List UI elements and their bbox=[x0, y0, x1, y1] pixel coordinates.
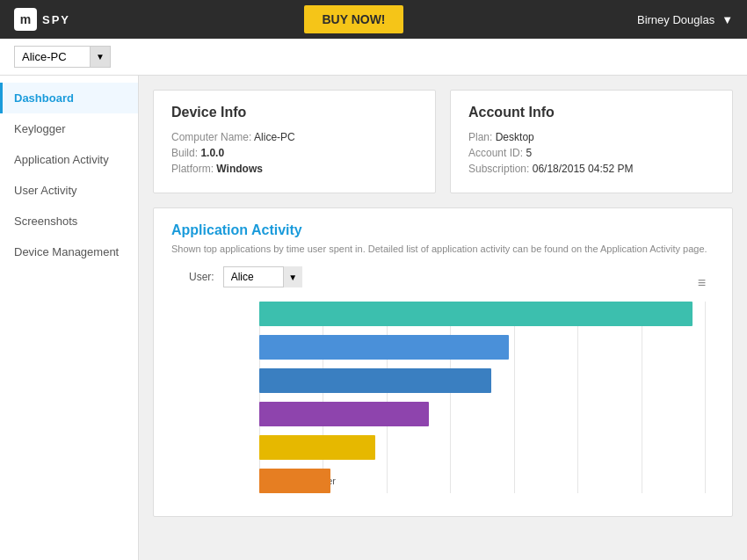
chart-bar-area bbox=[259, 435, 706, 460]
app-activity-subtitle: Shown top applications by time user spen… bbox=[171, 244, 714, 254]
build-value: 1.0.0 bbox=[200, 147, 224, 159]
sidebar-item-screenshots[interactable]: Screenshots bbox=[0, 206, 138, 236]
header: m SPY BUY NOW! Birney Douglas ▼ bbox=[0, 0, 747, 39]
sidebar: Dashboard Keylogger Application Activity… bbox=[0, 76, 139, 560]
info-cards: Device Info Computer Name: Alice-PC Buil… bbox=[153, 90, 733, 193]
account-id-value: 5 bbox=[526, 147, 532, 159]
computer-name-value: Alice-PC bbox=[254, 131, 295, 143]
subscription-value: 06/18/2015 04:52 PM bbox=[533, 163, 634, 175]
device-info-computer-name: Computer Name: Alice-PC bbox=[171, 131, 417, 143]
chart-bar bbox=[259, 368, 491, 393]
chart-row: Skype bbox=[259, 435, 706, 460]
device-info-build: Build: 1.0.0 bbox=[171, 147, 417, 159]
main-layout: Dashboard Keylogger Application Activity… bbox=[0, 76, 747, 560]
chart-bar bbox=[259, 469, 330, 493]
sidebar-item-dashboard[interactable]: Dashboard bbox=[0, 83, 138, 113]
sidebar-item-keylogger[interactable]: Keylogger bbox=[0, 113, 138, 144]
app-activity-card: Application Activity Shown top applicati… bbox=[153, 207, 733, 517]
chart-bar-area bbox=[259, 368, 706, 393]
device-info-card: Device Info Computer Name: Alice-PC Buil… bbox=[153, 90, 436, 193]
chart-row: Firefox bbox=[259, 402, 706, 426]
logo-text: SPY bbox=[42, 13, 70, 26]
subscription-label: Subscription: bbox=[468, 163, 529, 175]
account-info-title: Account Info bbox=[468, 105, 714, 120]
chart-row: Other bbox=[259, 469, 706, 493]
device-info-platform: Platform: Windows bbox=[171, 163, 417, 175]
computer-name-label: Computer Name: bbox=[171, 131, 251, 143]
device-select-wrapper: Alice-PC ▼ bbox=[14, 46, 111, 68]
chart-wrapper: ≡ Google ChromeMS Word 2011MS ExcelFiref… bbox=[171, 302, 714, 493]
app-activity-title: Application Activity bbox=[171, 222, 714, 238]
user-dropdown-arrow[interactable]: ▼ bbox=[722, 13, 733, 26]
platform-label: Platform: bbox=[171, 163, 214, 175]
device-info-title: Device Info bbox=[171, 105, 417, 120]
chart-bar-area bbox=[259, 402, 706, 426]
logo-area: m SPY bbox=[14, 8, 70, 31]
account-info-subscription: Subscription: 06/18/2015 04:52 PM bbox=[468, 163, 714, 175]
account-info-card: Account Info Plan: Desktop Account ID: 5… bbox=[450, 90, 733, 193]
chart-bar-area bbox=[259, 469, 706, 493]
user-area: Birney Douglas ▼ bbox=[637, 13, 733, 26]
chart-row: Google Chrome bbox=[259, 302, 706, 326]
user-select-wrapper: Alice ▼ bbox=[223, 266, 302, 287]
buy-now-button[interactable]: BUY NOW! bbox=[304, 5, 403, 33]
plan-label: Plan: bbox=[468, 131, 492, 143]
chart-bar bbox=[259, 435, 375, 460]
user-name: Birney Douglas bbox=[637, 13, 714, 26]
user-select[interactable]: Alice bbox=[223, 266, 302, 287]
chart-bars: Google ChromeMS Word 2011MS ExcelFirefox… bbox=[259, 302, 706, 493]
chart-bar-area bbox=[259, 335, 706, 360]
chart-bar bbox=[259, 302, 693, 326]
user-filter-label: User: bbox=[189, 271, 214, 283]
chart-bar-area bbox=[259, 302, 706, 326]
logo-icon: m bbox=[14, 8, 37, 31]
device-bar: Alice-PC ▼ bbox=[0, 39, 747, 76]
account-info-plan: Plan: Desktop bbox=[468, 131, 714, 143]
plan-value: Desktop bbox=[496, 131, 534, 143]
chart-container: Google ChromeMS Word 2011MS ExcelFirefox… bbox=[171, 302, 714, 493]
chart-bar bbox=[259, 402, 429, 426]
content-area: Device Info Computer Name: Alice-PC Buil… bbox=[139, 76, 747, 560]
sidebar-item-application-activity[interactable]: Application Activity bbox=[0, 144, 138, 175]
chart-row: MS Excel bbox=[259, 368, 706, 393]
user-filter: User: Alice ▼ bbox=[189, 266, 714, 287]
chart-row: MS Word 2011 bbox=[259, 335, 706, 360]
account-info-id: Account ID: 5 bbox=[468, 147, 714, 159]
build-label: Build: bbox=[171, 147, 198, 159]
chart-menu-icon[interactable]: ≡ bbox=[698, 275, 706, 291]
sidebar-item-device-management[interactable]: Device Management bbox=[0, 236, 138, 267]
platform-value: Windows bbox=[216, 163, 263, 175]
chart-bar bbox=[259, 335, 509, 360]
device-select[interactable]: Alice-PC bbox=[14, 46, 111, 68]
sidebar-item-user-activity[interactable]: User Activity bbox=[0, 175, 138, 206]
account-id-label: Account ID: bbox=[468, 147, 523, 159]
